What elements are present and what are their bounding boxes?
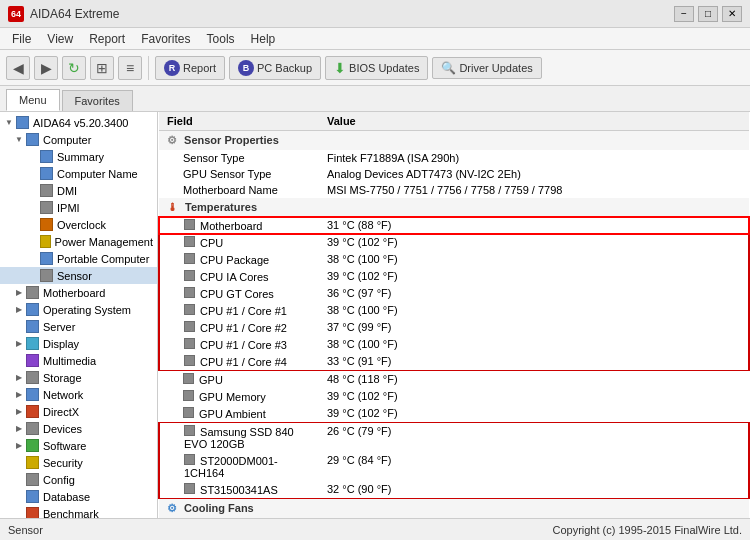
tab-favorites[interactable]: Favorites: [62, 90, 133, 111]
table-row-highlighted: CPU #1 / Core #2 37 °C (99 °F): [159, 319, 749, 336]
sidebar-item-software[interactable]: ▶ Software: [0, 437, 157, 454]
menu-view[interactable]: View: [39, 30, 81, 48]
sidebar-item-multimedia[interactable]: Multimedia: [0, 352, 157, 369]
driver-updates-button[interactable]: 🔍 Driver Updates: [432, 57, 541, 79]
sidebar-item-database[interactable]: Database: [0, 488, 157, 505]
sidebar-item-summary[interactable]: Summary: [0, 148, 157, 165]
sidebar-item-computer[interactable]: ▼ Computer: [0, 131, 157, 148]
table-row: GPU Memory 39 °C (102 °F): [159, 388, 749, 405]
sidebar-item-network[interactable]: ▶ Network: [0, 386, 157, 403]
field-gpu-ambient: GPU Ambient: [199, 408, 266, 420]
sidebar-root[interactable]: ▼ AIDA64 v5.20.3400: [0, 114, 157, 131]
window-controls[interactable]: − □ ✕: [674, 6, 742, 22]
section-cooling-fans: ⚙ Cooling Fans: [159, 499, 749, 519]
server-icon: [26, 320, 39, 333]
root-label: AIDA64 v5.20.3400: [33, 117, 128, 129]
storage-arrow: ▶: [14, 373, 24, 382]
field-cpu-gt: CPU GT Cores: [200, 288, 274, 300]
dmi-icon: [40, 184, 53, 197]
table-row-highlighted: Samsung SSD 840 EVO 120GB 26 °C (79 °F): [159, 423, 749, 453]
portable-icon: [40, 252, 53, 265]
config-label: Config: [43, 474, 75, 486]
value-hdd2: 32 °C (90 °F): [319, 481, 749, 499]
summary-label: Summary: [57, 151, 104, 163]
ssd-icon: [184, 425, 195, 436]
report-label: Report: [183, 62, 216, 74]
field-gpu-sensor-type: GPU Sensor Type: [159, 166, 319, 182]
table-row: Sensor Type Fintek F71889A (ISA 290h): [159, 150, 749, 166]
sidebar-item-server[interactable]: Server: [0, 318, 157, 335]
gpu-mem-icon: [183, 390, 194, 401]
back-button[interactable]: ◀: [6, 56, 30, 80]
sidebar-item-display[interactable]: ▶ Display: [0, 335, 157, 352]
field-mb-temp: Motherboard: [200, 220, 262, 232]
content-area: Field Value ⚙ Sensor Properties Sensor T…: [158, 112, 750, 518]
sidebar-item-ipmi[interactable]: IPMI: [0, 199, 157, 216]
sidebar-item-storage[interactable]: ▶ Storage: [0, 369, 157, 386]
menu-tools[interactable]: Tools: [199, 30, 243, 48]
sidebar-item-computer-name[interactable]: Computer Name: [0, 165, 157, 182]
menu-favorites[interactable]: Favorites: [133, 30, 198, 48]
computer-arrow: ▼: [14, 135, 24, 144]
storage-label: Storage: [43, 372, 82, 384]
maximize-button[interactable]: □: [698, 6, 718, 22]
table-row-highlighted: ST2000DM001-1CH164 29 °C (84 °F): [159, 452, 749, 481]
gpu-temp-icon: [183, 373, 194, 384]
field-motherboard-name: Motherboard Name: [159, 182, 319, 198]
sidebar-item-overclock[interactable]: Overclock: [0, 216, 157, 233]
section-cooling-fans-label: Cooling Fans: [184, 502, 254, 514]
field-sensor-type: Sensor Type: [159, 150, 319, 166]
sidebar-item-power[interactable]: Power Management: [0, 233, 157, 250]
network-label: Network: [43, 389, 83, 401]
field-gpu-memory: GPU Memory: [199, 391, 266, 403]
sidebar-item-benchmark[interactable]: Benchmark: [0, 505, 157, 518]
value-core2: 37 °C (99 °F): [319, 319, 749, 336]
bios-updates-button[interactable]: ⬇ BIOS Updates: [325, 56, 428, 80]
core4-icon: [184, 355, 195, 366]
field-cpu-temp: CPU: [200, 237, 223, 249]
sensor-label: Sensor: [57, 270, 92, 282]
sidebar-item-devices[interactable]: ▶ Devices: [0, 420, 157, 437]
software-arrow: ▶: [14, 441, 24, 450]
table-row: GPU 48 °C (118 °F): [159, 371, 749, 389]
field-hdd2: ST31500341AS: [200, 484, 278, 496]
menu-help[interactable]: Help: [243, 30, 284, 48]
status-bar: Sensor Copyright (c) 1995-2015 FinalWire…: [0, 518, 750, 540]
menu-toggle-button[interactable]: ≡: [118, 56, 142, 80]
pc-backup-button[interactable]: B PC Backup: [229, 56, 321, 80]
sidebar-item-portable[interactable]: Portable Computer: [0, 250, 157, 267]
value-cpu-ia: 39 °C (102 °F): [319, 268, 749, 285]
field-core3: CPU #1 / Core #3: [200, 339, 287, 351]
value-ssd: 26 °C (79 °F): [319, 423, 749, 453]
close-button[interactable]: ✕: [722, 6, 742, 22]
section-temperatures-label: Temperatures: [185, 201, 257, 213]
minimize-button[interactable]: −: [674, 6, 694, 22]
core2-icon: [184, 321, 195, 332]
sidebar-item-directx[interactable]: ▶ DirectX: [0, 403, 157, 420]
field-cpu-package: CPU Package: [200, 254, 269, 266]
sidebar-item-security[interactable]: Security: [0, 454, 157, 471]
summary-icon: [40, 150, 53, 163]
menu-file[interactable]: File: [4, 30, 39, 48]
server-label: Server: [43, 321, 75, 333]
refresh-button[interactable]: ↻: [62, 56, 86, 80]
pc-backup-icon: B: [238, 60, 254, 76]
table-row-highlighted: CPU Package 38 °C (100 °F): [159, 251, 749, 268]
sidebar-item-os[interactable]: ▶ Operating System: [0, 301, 157, 318]
root-icon: [16, 116, 29, 129]
config-icon: [26, 473, 39, 486]
sidebar-item-sensor[interactable]: Sensor: [0, 267, 157, 284]
menu-report[interactable]: Report: [81, 30, 133, 48]
home-button[interactable]: ⊞: [90, 56, 114, 80]
cpu-gt-icon: [184, 287, 195, 298]
report-button[interactable]: R Report: [155, 56, 225, 80]
forward-button[interactable]: ▶: [34, 56, 58, 80]
sidebar-item-dmi[interactable]: DMI: [0, 182, 157, 199]
sidebar-item-config[interactable]: Config: [0, 471, 157, 488]
core1-icon: [184, 304, 195, 315]
cooling-fans-icon: ⚙: [167, 502, 177, 514]
tab-menu[interactable]: Menu: [6, 89, 60, 111]
sidebar-item-motherboard[interactable]: ▶ Motherboard: [0, 284, 157, 301]
value-mb-temp: 31 °C (88 °F): [319, 217, 749, 235]
power-label: Power Management: [55, 236, 153, 248]
